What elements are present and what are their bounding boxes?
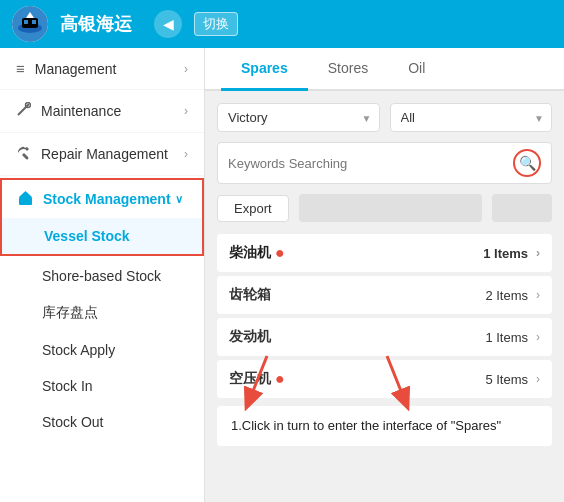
maintenance-icon: [16, 102, 31, 120]
sidebar-item-label: Maintenance: [41, 103, 121, 119]
arrow-icon: ›: [536, 330, 540, 344]
dot-marker-icon: ●: [275, 370, 285, 388]
sidebar-item-maintenance[interactable]: Maintenance ›: [0, 90, 204, 133]
chevron-right-icon: ›: [184, 62, 188, 76]
app-header: 高银海运 ◀ 切换: [0, 0, 564, 48]
sidebar-item-vessel-stock[interactable]: Vessel Stock: [2, 218, 202, 254]
sidebar-item-label: Repair Management: [41, 146, 168, 162]
arrow-icon: ›: [536, 288, 540, 302]
sidebar-item-label: Management: [35, 61, 117, 77]
sidebar-item-inventory[interactable]: 库存盘点: [0, 294, 204, 332]
svg-rect-8: [19, 197, 32, 205]
export-placeholder: [299, 194, 482, 222]
tab-bar: Spares Stores Oil: [205, 48, 564, 91]
management-icon: ≡: [16, 60, 25, 77]
switch-button[interactable]: 切换: [194, 12, 238, 36]
sidebar-item-repair[interactable]: Repair Management ›: [0, 133, 204, 176]
main-layout: ≡ Management › Maintenance › Repair Mana…: [0, 48, 564, 502]
list-item[interactable]: 齿轮箱 2 Items ›: [217, 276, 552, 314]
chevron-down-icon: ∨: [175, 193, 183, 206]
sidebar-item-stock-apply[interactable]: Stock Apply: [0, 332, 204, 368]
search-button[interactable]: 🔍: [513, 149, 541, 177]
arrow-icon: ›: [536, 372, 540, 386]
annotation-box: 1.Click in turn to enter the interface o…: [217, 406, 552, 446]
list-item[interactable]: 柴油机● 1 Items ›: [217, 234, 552, 272]
stock-management-label: Stock Management: [43, 191, 171, 207]
sidebar-item-stock-out[interactable]: Stock Out: [0, 404, 204, 440]
item-name: 齿轮箱: [229, 286, 485, 304]
item-count: 2 Items: [485, 288, 528, 303]
main-panel: Spares Stores Oil Victory ▼: [205, 48, 564, 502]
app-title: 高银海运: [60, 12, 132, 36]
filter-bar: Victory ▼ All ▼: [217, 103, 552, 132]
svg-line-6: [18, 104, 29, 115]
app-logo: [12, 6, 48, 42]
sidebar-item-shore-stock[interactable]: Shore-based Stock: [0, 258, 204, 294]
chevron-right-icon: ›: [184, 104, 188, 118]
search-icon: 🔍: [519, 155, 536, 171]
back-icon: ◀: [163, 16, 174, 32]
category-filter-wrap: All ▼: [390, 103, 553, 132]
search-bar: 🔍: [217, 142, 552, 184]
vessel-filter[interactable]: Victory: [217, 103, 380, 132]
item-count: 1 Items: [485, 330, 528, 345]
stock-list: 柴油机● 1 Items › 齿轮箱 2 Items ›: [217, 234, 552, 398]
item-count: 1 Items: [483, 246, 528, 261]
search-input[interactable]: [228, 156, 513, 171]
svg-marker-9: [19, 191, 32, 197]
export-right-placeholder: [492, 194, 552, 222]
tab-spares[interactable]: Spares: [221, 48, 308, 91]
list-item[interactable]: 空压机● 5 Items ›: [217, 360, 552, 398]
export-button[interactable]: Export: [217, 195, 289, 222]
sidebar-item-stock[interactable]: Stock Management ∨ Vessel Stock: [0, 178, 204, 256]
repair-icon: [16, 145, 31, 163]
annotation-text: 1.Click in turn to enter the interface o…: [231, 418, 501, 433]
app-container: 高银海运 ◀ 切换 ≡ Management › Maintenance ›: [0, 0, 564, 502]
sidebar-item-stock-in[interactable]: Stock In: [0, 368, 204, 404]
export-bar: Export: [217, 194, 552, 222]
stock-icon: [18, 190, 33, 208]
back-button[interactable]: ◀: [154, 10, 182, 38]
tab-oil[interactable]: Oil: [388, 48, 445, 91]
svg-rect-4: [24, 20, 28, 24]
chevron-right-icon: ›: [184, 147, 188, 161]
sidebar-item-management[interactable]: ≡ Management ›: [0, 48, 204, 90]
category-filter[interactable]: All: [390, 103, 553, 132]
item-count: 5 Items: [485, 372, 528, 387]
item-name: 空压机●: [229, 370, 485, 388]
tab-stores[interactable]: Stores: [308, 48, 388, 91]
sidebar: ≡ Management › Maintenance › Repair Mana…: [0, 48, 205, 502]
content-area: Victory ▼ All ▼ 🔍: [205, 91, 564, 502]
svg-rect-5: [32, 20, 36, 24]
arrow-icon: ›: [536, 246, 540, 260]
item-name: 柴油机●: [229, 244, 483, 262]
dot-marker-icon: ●: [275, 244, 285, 262]
list-item[interactable]: 发动机 1 Items ›: [217, 318, 552, 356]
vessel-filter-wrap: Victory ▼: [217, 103, 380, 132]
item-name: 发动机: [229, 328, 485, 346]
